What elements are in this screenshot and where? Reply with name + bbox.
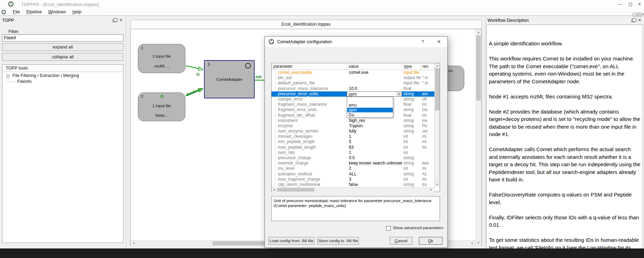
table-vscroll-thumb[interactable] bbox=[435, 68, 440, 110]
dialog-help-button[interactable]: ? bbox=[417, 37, 429, 47]
param-row-default_params_file[interactable]: default_params_fileinput file*.tx bbox=[272, 80, 434, 86]
cell-type-missed_cleavages: int bbox=[402, 134, 421, 139]
cell-value-default_params_file bbox=[347, 80, 402, 86]
minimize-button[interactable]: — bbox=[614, 0, 625, 8]
parameter-table-header: parameter value type res bbox=[272, 63, 440, 70]
dialog-close-button[interactable]: ✕ bbox=[433, 37, 445, 47]
param-row-max_peptide_length[interactable]: max_peptide_length63intmi bbox=[272, 145, 434, 150]
expand-all-button[interactable]: expand all bbox=[2, 43, 123, 51]
node-1-line1: 1 input file bbox=[138, 54, 185, 58]
cell-value-clip_nterm_methionine: false bbox=[347, 182, 402, 187]
description-paragraph: This workflow requires Comet to be insta… bbox=[489, 55, 640, 85]
description-paragraph: Finally, IDFilter selects only those IDs… bbox=[489, 214, 640, 229]
store-config-button[interactable]: Store config to .INI file bbox=[317, 237, 359, 245]
param-row-comet_executable[interactable]: comet_executablecomet.exeinput file bbox=[272, 70, 434, 75]
node-2-input-fasta[interactable]: 2 ♻ 1 input file .fasta ... bbox=[138, 92, 185, 121]
cell-type-precursor_mass_tolerance: float bbox=[402, 86, 421, 91]
window-title: TOPPAS - [Ecoli_Identification.toppas] bbox=[21, 2, 99, 7]
tree-category-label[interactable]: File Filtering / Extraction / Merging bbox=[12, 73, 79, 78]
combo-option-amu[interactable]: amu bbox=[347, 103, 393, 108]
cell-res-isotope_error: off bbox=[421, 97, 434, 102]
tree-collapse-box[interactable] bbox=[6, 75, 9, 78]
ok-button[interactable]: Ok bbox=[419, 237, 442, 245]
table-scroll-left-icon[interactable]: ◄ bbox=[272, 188, 276, 191]
param-row-enzyme[interactable]: enzymeTrypsinstringPe bbox=[272, 123, 434, 129]
dialog-title: CometAdapter configuration bbox=[277, 39, 332, 44]
table-scroll-up-icon[interactable]: ▲ bbox=[435, 64, 440, 67]
table-hscroll-thumb[interactable] bbox=[277, 188, 314, 192]
menu-item-help[interactable]: Help bbox=[69, 8, 85, 15]
cell-res-ms_level: mi bbox=[421, 166, 434, 171]
node-1-line2: .mzML ... bbox=[138, 64, 185, 68]
canvas-vscroll-thumb[interactable] bbox=[476, 35, 481, 101]
collapse-all-button[interactable]: collapse all bbox=[2, 53, 123, 61]
scroll-down-icon[interactable]: ▼ bbox=[476, 241, 481, 244]
node-3-cometadapter[interactable]: 3 CometAdapter bbox=[204, 60, 255, 98]
menu-item-windows[interactable]: Windows bbox=[45, 8, 69, 15]
description-paragraph: Node #2 provides the database (which alr… bbox=[489, 108, 640, 138]
combo-option-ppm[interactable]: ppm bbox=[347, 108, 393, 112]
table-scroll-down-icon[interactable]: ▼ bbox=[435, 183, 440, 186]
param-row-pin_out[interactable]: pin_outoutput file*.ts bbox=[272, 75, 434, 80]
param-row-precursor_charge[interactable]: precursor_charge0:0string bbox=[272, 155, 434, 161]
param-row-max_fragment_charge[interactable]: max_fragment_charge3intmi bbox=[272, 177, 434, 182]
desc-dock-close-icon[interactable]: ✕ bbox=[638, 18, 641, 22]
cell-res-enzyme: Pe bbox=[421, 123, 434, 129]
column-header-parameter[interactable]: parameter bbox=[272, 63, 347, 70]
table-vscrollbar[interactable]: ▲ ▼ bbox=[434, 63, 440, 187]
close-button[interactable]: ✕ bbox=[634, 0, 644, 8]
workflow-tab[interactable]: Ecoli_Identification.toppas bbox=[130, 20, 482, 28]
scroll-up-icon[interactable]: ▲ bbox=[476, 31, 481, 33]
param-row-missed_cleavages[interactable]: missed_cleavages1intmi bbox=[272, 134, 434, 139]
node-3-number: 3 bbox=[208, 62, 210, 66]
load-config-button[interactable]: Load config from .INI file bbox=[268, 237, 314, 245]
node-3-status-circle bbox=[245, 63, 251, 69]
filter-input[interactable] bbox=[2, 34, 123, 41]
combo-dropdown-icon[interactable]: ▼ bbox=[397, 92, 402, 97]
dock-close-icon[interactable]: ✕ bbox=[119, 18, 122, 22]
bottom-log-bar bbox=[0, 249, 644, 258]
dialog-titlebar[interactable]: CometAdapter configuration ? ✕ bbox=[265, 37, 447, 47]
cell-type-fragment_mass_tolerance: float bbox=[402, 102, 421, 107]
param-row-activation_method[interactable]: activation_methodALLstringAL bbox=[272, 172, 434, 177]
node-3-title: CometAdapter bbox=[205, 77, 254, 82]
scroll-left-icon[interactable]: ◄ bbox=[132, 242, 136, 244]
tree-tool-fileinfo[interactable]: FileInfo bbox=[17, 79, 32, 84]
dock-float-icon[interactable] bbox=[113, 19, 116, 22]
param-row-precursor_mass_tolerance[interactable]: precursor_mass_tolerance10.0float bbox=[272, 86, 434, 91]
precursor-error-units-combo[interactable]: ppm ▼ bbox=[347, 91, 402, 97]
left-divider bbox=[126, 16, 126, 249]
cell-type-num_enzyme_termini: string bbox=[402, 129, 421, 134]
table-scroll-right-icon[interactable]: ► bbox=[429, 188, 433, 191]
cell-value-precursor_charge: 0:0 bbox=[347, 155, 402, 161]
param-row-override_charge[interactable]: override_chargekeep known search unknown… bbox=[272, 161, 434, 166]
param-row-ms_level[interactable]: ms_level2intmi bbox=[272, 166, 434, 171]
cancel-button[interactable]: Cancel bbox=[390, 237, 413, 245]
column-header-type[interactable]: type bbox=[402, 63, 421, 70]
cell-type-default_params_file: input file bbox=[402, 80, 421, 86]
column-header-res[interactable]: res bbox=[421, 63, 434, 70]
cell-type-isotope_error: string bbox=[402, 97, 421, 102]
menu-item-pipeline[interactable]: Pipeline bbox=[23, 8, 45, 15]
desc-dock-float-icon[interactable] bbox=[631, 19, 635, 22]
scroll-right-icon[interactable]: ► bbox=[470, 242, 474, 244]
cell-res-num_hits bbox=[421, 150, 434, 155]
menu-item-file[interactable]: File bbox=[9, 8, 23, 15]
table-hscrollbar[interactable]: ◄ ► bbox=[272, 187, 434, 192]
advanced-params-checkbox[interactable] bbox=[386, 226, 391, 231]
column-header-value[interactable]: value bbox=[347, 63, 402, 70]
param-row-num_hits[interactable]: num_hits1int bbox=[272, 150, 434, 155]
combo-option-blank[interactable] bbox=[347, 97, 393, 103]
param-row-num_enzyme_termini[interactable]: num_enzyme_terminifullystringser bbox=[272, 129, 434, 134]
cell-param-missed_cleavages: missed_cleavages bbox=[272, 134, 347, 139]
combo-option-Da[interactable]: Da bbox=[347, 112, 393, 117]
description-paragraph: CometAdapter calls Comet which performs … bbox=[489, 146, 640, 183]
node-1-input-mzml[interactable]: 1 1 input file .mzML ... bbox=[138, 44, 185, 73]
param-row-clip_nterm_methionine[interactable]: clip_nterm_methioninefalsestringtru bbox=[272, 182, 434, 187]
node-4-text-fragment: es bbox=[448, 69, 453, 73]
description-text-area[interactable]: A simple identification workflow.This wo… bbox=[486, 25, 643, 249]
canvas-vscrollbar[interactable]: ▲ ▼ bbox=[476, 29, 482, 246]
param-row-instrument[interactable]: instrumenthigh_resstringlov bbox=[272, 118, 434, 123]
cell-value-missed_cleavages: 1 bbox=[347, 134, 402, 139]
param-row-min_peptide_length[interactable]: min_peptide_length5intmi bbox=[272, 139, 434, 144]
